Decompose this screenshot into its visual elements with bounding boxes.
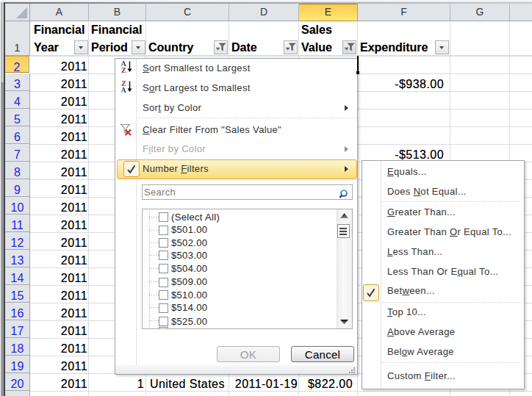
svg-text:A: A: [121, 86, 127, 94]
svg-text:Z: Z: [121, 66, 126, 74]
